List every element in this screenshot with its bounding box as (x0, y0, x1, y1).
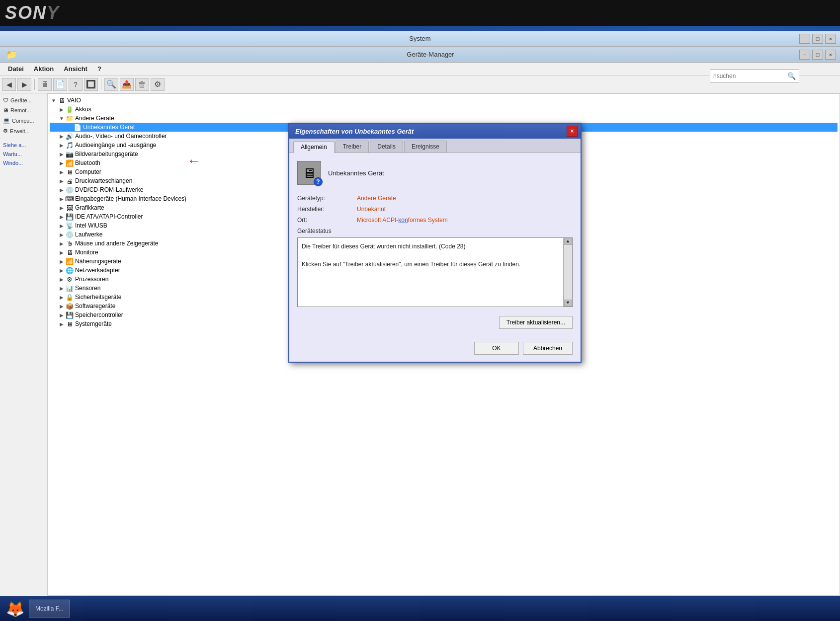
dialog-close-btn[interactable]: × (567, 126, 578, 137)
system-titlebar-buttons: − □ × (799, 34, 836, 44)
nav-item-remote[interactable]: 🖥 Remot... (3, 107, 44, 113)
toolbar-btn8[interactable]: ⚙ (151, 78, 165, 91)
prop-row-type: Gerätetyp: Andere Geräte (297, 195, 573, 202)
toolbar-btn1[interactable]: 🖥 (38, 78, 52, 91)
menu-action[interactable]: Aktion (30, 64, 58, 74)
nav-item-geraete[interactable]: 🛡 Geräte... (3, 97, 44, 103)
expand-arrow-vaio: ▼ (50, 96, 58, 104)
audio-icon: 🔊 (66, 132, 74, 140)
maeuse-label: Mäuse und andere Zeigegeräte (75, 240, 158, 247)
audioin-icon: 🎵 (66, 141, 74, 149)
status-text: Die Treiber für dieses Gerät wurden nich… (302, 242, 568, 269)
softw-label: Softwaregeräte (75, 303, 115, 310)
expand-arrow-akkus: ▶ (58, 105, 66, 113)
nav-wartu[interactable]: Wartu... (3, 151, 44, 157)
prop-row-location: Ort: Microsoft ACPI-konformes System (297, 217, 573, 224)
grafik-label: Grafikkarte (75, 204, 104, 211)
cancel-btn[interactable]: Abbrechen (523, 342, 573, 355)
sensoren-icon: 📊 (66, 284, 74, 292)
vaio-label: VAIO (67, 97, 81, 104)
bluetooth-label: Bluetooth (75, 159, 100, 166)
proz-icon: ⚙ (66, 275, 74, 283)
scrollbar-down-btn[interactable]: ▼ (564, 300, 572, 307)
dialog-title: Eigenschaften von Unbekanntes Gerät (295, 128, 414, 135)
search-icon[interactable]: 🔍 (787, 72, 796, 80)
devmgr-close-btn[interactable]: × (825, 50, 836, 60)
toolbar-btn2[interactable]: 📄 (53, 78, 67, 91)
tab-ereignisse[interactable]: Ereignisse (404, 141, 447, 153)
bild-icon: 📷 (66, 150, 74, 158)
nav-windo[interactable]: Windo... (3, 160, 44, 166)
devmgr-maximize-btn[interactable]: □ (812, 50, 823, 60)
devmgr-titlebar: 📁 Geräte-Manager − □ × (0, 47, 840, 63)
toolbar-btn3[interactable]: ? (69, 78, 83, 91)
expand-arrow-speicher: ▶ (58, 311, 66, 319)
grafik-icon: 🖼 (66, 204, 74, 212)
expand-arrow-softw: ▶ (58, 302, 66, 310)
tree-item-andere[interactable]: ▼ 📁 Andere Geräte (50, 114, 838, 123)
tab-allgemein[interactable]: Allgemein (293, 141, 335, 153)
tab-details[interactable]: Details (370, 141, 403, 153)
tree-item-vaio[interactable]: ▼ 🖥 VAIO (50, 96, 838, 105)
taskbar-firefox-label: Mozilla F... (35, 605, 64, 612)
toolbar-back-btn[interactable]: ◀ (2, 78, 16, 91)
system-label: Systemgeräte (75, 320, 112, 327)
status-box[interactable]: Die Treiber für dieses Gerät wurden nich… (297, 237, 573, 307)
left-nav-sidebar: 🛡 Geräte... 🖥 Remot... 💻 Compu... ⚙ Erwe… (0, 93, 47, 596)
monitore-label: Monitore (75, 249, 98, 256)
toolbar-sep1 (34, 79, 35, 90)
prop-manufacturer-label: Hersteller: (297, 206, 357, 213)
tree-item-akkus[interactable]: ▶ 🔋 Akkus (50, 105, 838, 114)
expand-arrow-dvd: ▶ (58, 186, 66, 194)
ok-btn[interactable]: OK (474, 342, 519, 355)
sicher-icon: 🔒 (66, 293, 74, 301)
nav-see-also[interactable]: Siehe a... (3, 142, 44, 148)
prop-type-value: Andere Geräte (357, 195, 396, 202)
menu-view[interactable]: Ansicht (60, 64, 91, 74)
expand-arrow-sicher: ▶ (58, 293, 66, 301)
maeuse-icon: 🖱 (66, 239, 74, 247)
update-driver-btn[interactable]: Treiber aktualisieren... (499, 316, 573, 329)
druck-icon: 🖨 (66, 177, 74, 185)
system-minimize-btn[interactable]: − (799, 34, 810, 44)
menu-help[interactable]: ? (93, 64, 105, 74)
akkus-icon: 🔋 (66, 105, 74, 113)
system-maximize-btn[interactable]: □ (812, 34, 823, 44)
toolbar-btn5[interactable]: 🔍 (104, 78, 118, 91)
system-close-btn[interactable]: × (825, 34, 836, 44)
toolbar-btn6[interactable]: 📤 (120, 78, 134, 91)
sicher-label: Sicherheitsgeräte (75, 294, 121, 301)
properties-dialog: Eigenschaften von Unbekanntes Gerät × Al… (288, 123, 582, 363)
netz-label: Netzwerkadapter (75, 267, 120, 274)
scrollbar-up-btn[interactable]: ▲ (564, 238, 572, 245)
bluetooth-icon: 📶 (66, 159, 74, 167)
expand-arrow-bluetooth: ▶ (58, 159, 66, 167)
eingabe-icon: ⌨ (66, 195, 74, 203)
expand-arrow-system: ▶ (58, 320, 66, 328)
nav-item-compu[interactable]: 💻 Compu... (3, 117, 44, 124)
device-icon-large: 🖥 ? (297, 161, 321, 185)
sensoren-label: Sensoren (75, 285, 100, 292)
status-scrollbar: ▲ ▼ (563, 238, 572, 307)
expand-arrow-netz: ▶ (58, 266, 66, 274)
devmgr-titlebar-buttons: − □ × (799, 50, 836, 60)
naeher-label: Näherungsgeräte (75, 258, 121, 265)
search-bar: 🔍 (710, 69, 799, 83)
toolbar-forward-btn[interactable]: ▶ (17, 78, 31, 91)
device-header: 🖥 ? Unbekanntes Gerät (297, 161, 573, 185)
tab-treiber[interactable]: Treiber (336, 141, 369, 153)
nav-item-erwei[interactable]: ⚙ Erweit... (3, 128, 44, 134)
firefox-icon[interactable]: 🦊 (5, 599, 25, 619)
toolbar-btn4[interactable]: 🔲 (84, 78, 98, 91)
toolbar-btn7[interactable]: 🗑 (135, 78, 149, 91)
search-input[interactable] (713, 73, 787, 79)
taskbar: 🦊 Mozilla F... (0, 596, 840, 621)
system-icon: 🖥 (66, 320, 74, 328)
expand-arrow-computer: ▶ (58, 168, 66, 176)
status-section-label: Gerätestatus (297, 228, 573, 234)
computer2-icon: 🖥 (66, 168, 74, 176)
speicher-icon: 💾 (66, 311, 74, 319)
taskbar-item-firefox[interactable]: Mozilla F... (29, 600, 70, 618)
menu-file[interactable]: Datei (4, 64, 28, 74)
devmgr-minimize-btn[interactable]: − (799, 50, 810, 60)
